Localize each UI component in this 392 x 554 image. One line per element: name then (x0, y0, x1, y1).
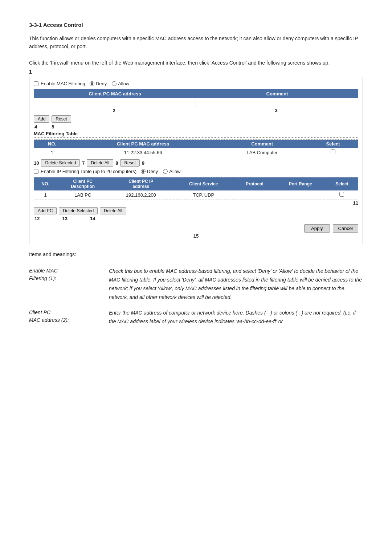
num3-label: 3 (196, 108, 358, 113)
mac-filter-table: NO. Client PC MAC address Comment Select… (34, 139, 358, 157)
mac-address-input[interactable] (34, 98, 196, 107)
ip-th-desc: Client PCDescription (57, 177, 109, 191)
ip-select-checkbox[interactable] (339, 192, 344, 197)
ip-th-no: NO. (34, 177, 57, 191)
ip-th-ip: Client PC IPaddress (109, 177, 173, 191)
mac-row-no: 1 (34, 148, 70, 157)
enable-mac-label: Enable MAC Filtering (41, 81, 85, 86)
allow-radio-icon (112, 81, 117, 86)
num5-label: 5 (52, 124, 54, 130)
num9-label: 9 (142, 160, 144, 166)
deny-radio-label: Deny (96, 81, 107, 86)
mac-col2-header: Comment (196, 89, 358, 98)
ip-row-select[interactable] (326, 190, 358, 200)
enable-mac-filtering-checkbox[interactable] (34, 81, 38, 86)
num7-label: 7 (82, 160, 85, 166)
mac-row-select[interactable] (308, 148, 358, 157)
mac-col1-header: Client PC MAC address (34, 89, 196, 98)
ip-row-desc: LAB PC (57, 190, 109, 200)
mac-th-no: NO. (34, 140, 70, 148)
definition-1: Check this box to enable MAC address-bas… (109, 267, 363, 309)
num10-label: 10 (34, 160, 39, 166)
items-divider (29, 261, 363, 261)
term-1: Enable MACFiltering (1): (29, 267, 102, 309)
add-button[interactable]: Add (34, 115, 49, 123)
ip-allow-radio-label: Allow (169, 169, 180, 174)
items-grid: Enable MACFiltering (1): Check this box … (29, 267, 363, 333)
mac-th-select: Select (308, 140, 358, 148)
num14-label: 14 (90, 216, 95, 221)
definition-2: Enter the MAC address of computer or net… (109, 309, 363, 333)
ip-deny-radio-label: Deny (147, 169, 158, 174)
ip-row-protocol (234, 190, 275, 200)
cancel-button[interactable]: Cancel (333, 224, 358, 233)
delete-selected-button[interactable]: Delete Selected (41, 159, 80, 167)
enable-ip-label: Enable IP Filtering Table (up to 20 comp… (41, 169, 136, 174)
ip-row-service: TCP, UDP (173, 190, 234, 200)
reset-button[interactable]: Reset (52, 115, 71, 123)
apply-button[interactable]: Apply (304, 224, 330, 233)
ip-th-protocol: Protocol (234, 177, 275, 191)
intro-text: This function allows or denies computers… (29, 34, 363, 51)
items-title: Items and meanings: (29, 251, 363, 257)
ip-filter-table: NO. Client PCDescription Client PC IPadd… (34, 177, 358, 200)
deny-radio-icon (90, 81, 94, 86)
ip-row-no: 1 (34, 190, 57, 200)
mac-filter-table-title: MAC Filtering Table (34, 131, 358, 138)
ip-delete-selected-button[interactable]: Delete Selected (59, 207, 98, 214)
click-text: Click the 'Firewall' menu on the left of… (29, 59, 363, 67)
num15-label: 15 (193, 233, 199, 239)
ip-th-portrange: Port Range (275, 177, 326, 191)
ip-table-row: 1 LAB PC 192.168.2.200 TCP, UDP (34, 190, 358, 200)
allow-radio-label: Allow (118, 81, 129, 86)
num8-label: 8 (115, 160, 118, 166)
num2-label: 2 (34, 108, 196, 113)
num4-label: 4 (34, 124, 37, 130)
screen-number: 1 (29, 69, 32, 75)
delete-all-button[interactable]: Delete All (87, 159, 113, 167)
enable-ip-filtering-checkbox[interactable] (34, 169, 38, 174)
ip-allow-radio-icon (163, 169, 168, 174)
num13-label: 13 (62, 216, 67, 221)
comment-input[interactable] (196, 98, 358, 107)
ip-delete-all-button[interactable]: Delete All (100, 207, 126, 214)
num12-label: 12 (34, 216, 40, 221)
ip-th-service: Client Service (173, 177, 234, 191)
num11-label: 11 (353, 200, 358, 206)
mac-table-row: 1 11:22:33:44:55:66 LAB Computer (34, 148, 358, 157)
mac-th-address: Client PC MAC address (70, 140, 216, 148)
mac-row-comment: LAB Computer (216, 148, 308, 157)
add-pc-button[interactable]: Add PC (34, 207, 57, 214)
mac-row-address: 11:22:33:44:55:66 (70, 148, 216, 157)
ip-row-portrange (275, 190, 326, 200)
ip-row-ip: 192.168.2.200 (109, 190, 173, 200)
reset-button2[interactable]: Reset (120, 159, 139, 167)
ip-th-select: Select (326, 177, 358, 191)
mac-select-checkbox[interactable] (331, 149, 335, 154)
section-title: 3-3-1 Access Control (29, 22, 363, 28)
mac-th-comment: Comment (216, 140, 308, 148)
term-2: Client PCMAC address (2): (29, 309, 102, 333)
ip-deny-radio-icon (141, 169, 146, 174)
